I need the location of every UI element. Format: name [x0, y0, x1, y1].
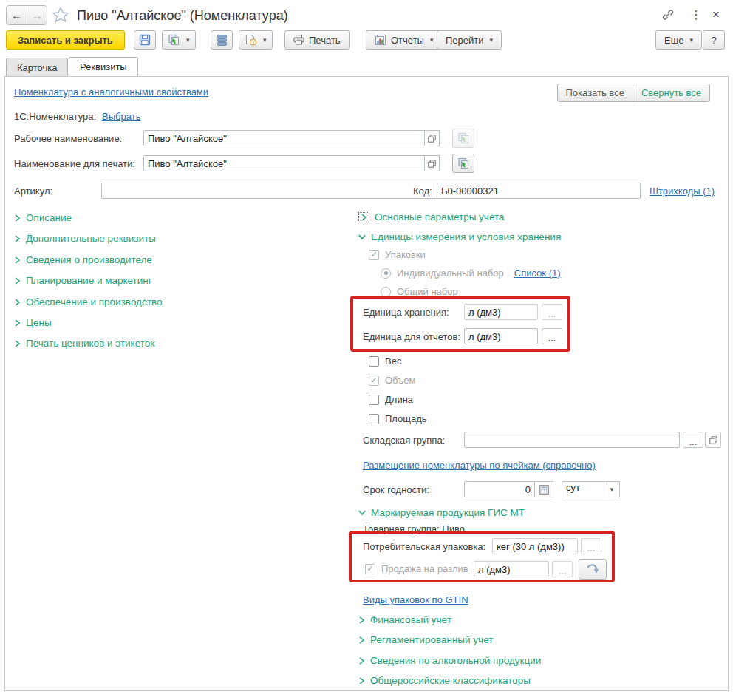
section-prices[interactable]: Цены — [14, 317, 52, 328]
gtin-packages-link[interactable]: Виды упаковок по GTIN — [363, 594, 468, 605]
chevron-right-icon — [14, 235, 21, 242]
shelf-life-calc-button[interactable] — [534, 481, 553, 497]
barcodes-link[interactable]: Штрихкоды (1) — [650, 186, 715, 197]
show-all-button[interactable]: Показать все — [557, 84, 633, 102]
section-additional-requisites[interactable]: Дополнительные реквизиты — [14, 233, 156, 244]
open-working-name-button[interactable] — [424, 130, 440, 146]
individual-set-radio[interactable] — [381, 268, 391, 279]
length-checkbox[interactable] — [369, 395, 379, 405]
section-label: Дополнительные реквизиты — [26, 233, 156, 244]
report-unit-input[interactable] — [464, 328, 538, 344]
ellipsis-icon: ... — [559, 566, 566, 577]
draft-sale-select-button[interactable]: ... — [552, 561, 573, 577]
common-set-label: Общий набор — [397, 286, 458, 297]
tab-card[interactable]: Карточка — [6, 58, 68, 76]
goto-dropdown-button[interactable]: Перейти ▾ — [437, 30, 502, 50]
warehouse-group-select-button[interactable]: ... — [683, 432, 703, 448]
chain-link-icon — [661, 8, 675, 21]
open-print-name-button[interactable] — [424, 155, 440, 171]
copy-link-button[interactable] — [660, 7, 676, 23]
structure-button[interactable] — [211, 30, 233, 50]
copy-dropdown-button[interactable]: ▾ — [162, 30, 196, 50]
section-regulated-accounting[interactable]: Регламентированный учет — [358, 634, 493, 645]
draft-sale-row: ✓ Продажа на разлив — [365, 563, 468, 574]
page-title: Пиво "Алтайское" (Номенклатура) — [77, 8, 288, 24]
tab-requisites[interactable]: Реквизиты — [69, 57, 138, 76]
storage-unit-select-button[interactable]: ... — [542, 304, 562, 320]
chevron-right-icon — [358, 616, 365, 624]
similar-nomenclature-link[interactable]: Номенклатура с аналогичными свойствами — [14, 86, 208, 98]
section-description[interactable]: Описание — [14, 212, 72, 223]
section-manufacturer-info[interactable]: Сведения о производителе — [14, 254, 152, 265]
section-planning-marketing[interactable]: Планирование и маркетинг — [14, 275, 152, 286]
code-input[interactable] — [437, 183, 641, 199]
common-set-radio[interactable] — [381, 287, 391, 297]
storage-unit-input[interactable] — [464, 304, 538, 320]
collapse-all-label: Свернуть все — [641, 87, 701, 98]
chevron-down-icon — [358, 234, 366, 240]
history-dropdown-button[interactable]: ▾ — [239, 30, 273, 50]
ellipsis-icon: ... — [548, 333, 556, 344]
back-button[interactable]: ← — [7, 6, 27, 24]
section-marking-gis-mt[interactable]: Маркируемая продукция ГИС МТ — [358, 507, 525, 518]
ellipsis-icon: ... — [689, 437, 697, 447]
save-and-close-button[interactable]: Записать и закрыть — [6, 30, 125, 50]
chevron-right-icon — [14, 256, 21, 264]
area-checkbox[interactable] — [369, 414, 379, 424]
weight-checkbox[interactable] — [369, 356, 379, 367]
forward-button[interactable]: → — [27, 6, 47, 24]
warehouse-group-input[interactable] — [464, 432, 680, 448]
list-stack-icon — [217, 35, 227, 46]
reports-dropdown-button[interactable]: Отчеты ▾ — [366, 30, 442, 50]
volume-checkbox[interactable]: ✓ — [369, 376, 379, 386]
section-all-russian-classifiers[interactable]: Общероссийские классификаторы — [358, 675, 531, 686]
placement-link[interactable]: Размещение номенклатуры по ячейкам (спра… — [363, 460, 596, 471]
section-price-tags-labels[interactable]: Печать ценников и этикеток — [14, 338, 154, 349]
draft-sale-unit-input[interactable] — [474, 561, 549, 577]
consumer-package-select-button[interactable]: ... — [581, 538, 601, 554]
favorite-star-button[interactable] — [52, 6, 69, 24]
common-set-radio-row: Общий набор — [381, 286, 458, 297]
collapse-all-button[interactable]: Свернуть все — [633, 84, 710, 102]
copy-working-name-button[interactable] — [452, 129, 474, 148]
section-label: Маркируемая продукция ГИС МТ — [371, 507, 525, 518]
report-unit-select-button[interactable]: ... — [542, 328, 562, 344]
save-and-close-label: Записать и закрыть — [18, 35, 113, 46]
packages-checkbox[interactable]: ✓ — [369, 250, 379, 260]
consumer-package-input[interactable] — [492, 538, 578, 554]
draft-sale-refresh-button[interactable] — [579, 559, 607, 580]
window-menu-button[interactable]: ⋮ — [688, 7, 704, 23]
weight-label: Вес — [385, 356, 401, 367]
section-supply-production[interactable]: Обеспечение и производство — [14, 296, 162, 307]
open-window-icon — [428, 135, 436, 143]
save-button[interactable] — [134, 30, 156, 50]
close-window-button[interactable]: × — [708, 7, 724, 23]
section-alcohol-info[interactable]: Сведения по алкогольной продукции — [358, 655, 541, 666]
section-label: Описание — [26, 212, 72, 223]
package-list-link[interactable]: Список (1) — [514, 268, 561, 279]
copy-print-name-button[interactable] — [452, 154, 474, 173]
section-label: Финансовый учет — [370, 614, 451, 625]
choose-link[interactable]: Выбрать — [102, 111, 140, 122]
print-name-input[interactable] — [143, 155, 425, 171]
consumer-package-label: Потребительская упаковка: — [363, 541, 485, 552]
check-icon: ✓ — [370, 376, 377, 385]
shelf-life-input[interactable] — [464, 481, 535, 497]
draft-sale-checkbox[interactable]: ✓ — [365, 564, 375, 574]
print-button[interactable]: Печать — [284, 30, 350, 50]
dropdown-caret-icon: ▾ — [490, 36, 494, 44]
more-dropdown-button[interactable]: Еще ▾ — [655, 30, 702, 50]
close-icon: × — [712, 7, 720, 22]
help-button[interactable]: ? — [703, 30, 725, 50]
section-main-accounting-params[interactable]: Основные параметры учета — [358, 211, 505, 222]
warehouse-group-open-button[interactable] — [705, 432, 721, 448]
shelf-life-unit-dropdown-button[interactable]: ▾ — [604, 481, 620, 497]
working-name-input[interactable] — [143, 130, 425, 146]
chevron-right-icon — [361, 214, 367, 221]
print-name-label: Наименование для печати: — [14, 158, 135, 169]
product-group-text: Товарная группа: Пиво — [363, 523, 465, 534]
section-financial-accounting[interactable]: Финансовый учет — [358, 614, 451, 625]
article-input[interactable] — [101, 183, 443, 199]
section-units-storage[interactable]: Единицы измерения и условия хранения — [358, 231, 561, 242]
shelf-life-unit-value[interactable]: сут — [562, 481, 604, 497]
